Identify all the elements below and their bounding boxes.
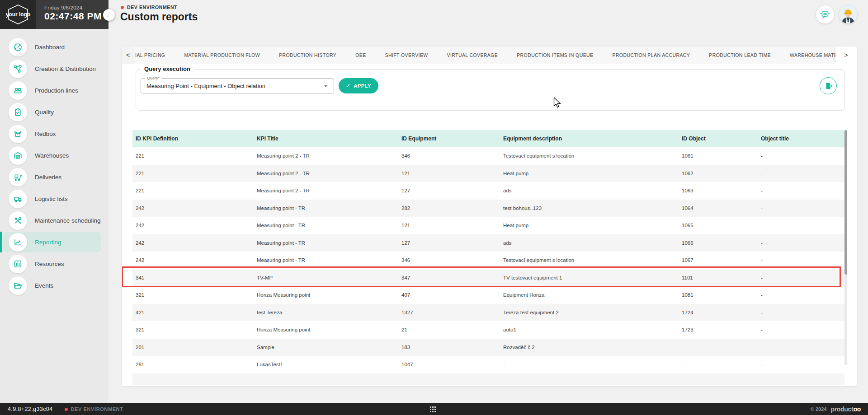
- table-row[interactable]: 221 Measuring point 2 - TR 346 Testovací…: [132, 147, 844, 165]
- sidebar-item-logistic-lists[interactable]: Logistic lists: [0, 188, 108, 210]
- section-title: Query execution: [141, 65, 194, 72]
- sidebar-collapse-button[interactable]: ←: [103, 9, 115, 21]
- tab[interactable]: OEE: [346, 47, 375, 64]
- productoo-logo: productoo: [830, 406, 861, 413]
- bottom-environment-badge: DEV ENVIRONMENT: [65, 406, 123, 412]
- tabs-scroll-left-button[interactable]: <: [122, 47, 134, 64]
- sidebar-item-label: Resources: [35, 261, 64, 267]
- table-row[interactable]: 242 Measuring point - TR 346 Testovací e…: [132, 252, 844, 269]
- tabs-scroll: IAL PRICING MATERIAL PRODUCTION FLOW PRO…: [134, 47, 835, 64]
- sidebar-item-creation-distribution[interactable]: Creation & Distribution: [0, 58, 108, 79]
- env-dot-icon: [65, 408, 68, 411]
- tab[interactable]: SHIFT OVERVIEW: [376, 47, 438, 64]
- table-row[interactable]: 321 Honza Measuring point 407 Equipment …: [132, 286, 844, 304]
- column-header: ID Object: [678, 135, 757, 142]
- app-window: your logo Friday 9/6/2024 02:47:48 PM ← …: [0, 0, 868, 415]
- tab-bar: < IAL PRICING MATERIAL PRODUCTION FLOW P…: [122, 47, 857, 64]
- pallet-truck-icon: [9, 168, 27, 187]
- sidebar-item-label: Production lines: [35, 87, 78, 94]
- tab[interactable]: VIRTUAL COVERAGE: [438, 47, 508, 64]
- app-version: 4.9.8+22.g33c04: [8, 406, 53, 412]
- tab[interactable]: PRODUCTION HISTORY: [269, 47, 346, 64]
- sidebar-item-redbox[interactable]: Redbox: [0, 123, 108, 145]
- tab[interactable]: MATERIAL PRODUCTION FLOW: [175, 47, 269, 64]
- sidebar-item-label: Maintenance scheduling: [35, 217, 101, 224]
- user-avatar[interactable]: [839, 5, 857, 23]
- logo[interactable]: your logo: [0, 0, 36, 29]
- sidebar-item-label: Quality: [35, 109, 54, 116]
- environment-badge: DEV ENVIRONMENT: [121, 5, 177, 10]
- table-scrollbar-thumb[interactable]: [844, 130, 847, 275]
- worker-avatar-icon: [839, 5, 857, 23]
- back-arrow-icon: ←: [106, 12, 112, 19]
- check-icon: ✓: [346, 83, 351, 89]
- tab[interactable]: IAL PRICING: [134, 47, 175, 64]
- sidebar-item-label: Reporting: [35, 239, 61, 246]
- table-row[interactable]: 281 LukasTest1 1047 - - -: [132, 356, 844, 373]
- conveyor-icon: [9, 81, 27, 100]
- column-header: KPI Title: [253, 135, 398, 142]
- table-row[interactable]: 341 TV-MP 347 TV testovací equipment 1 1…: [132, 269, 844, 287]
- sidebar-item-reporting[interactable]: Reporting: [0, 231, 108, 253]
- folder-icon: [9, 276, 27, 295]
- table-row[interactable]: 321 Honza Measuring point 21 auto1 1723 …: [132, 321, 844, 339]
- warehouse-icon: [9, 146, 27, 165]
- cursor-arrow-icon: [553, 97, 562, 109]
- sidebar-item-label: Creation & Distribution: [35, 65, 96, 72]
- sidebar-item-warehouses[interactable]: Warehouses: [0, 145, 108, 166]
- table-row[interactable]: 242 Measuring point - TR 127 ads 1066 -: [132, 234, 844, 252]
- copyright-label: © 2024: [811, 406, 827, 412]
- sidebar-nav: Dashboard Creation & Distribution Produc…: [0, 36, 108, 296]
- tab[interactable]: PRODUCTION ITEMS IN QUEUE: [507, 47, 603, 64]
- export-button[interactable]: [820, 77, 837, 94]
- table-row[interactable]: 242 Measuring point - TR 282 test bohous…: [132, 200, 844, 217]
- bottom-right-branding: © 2024 productoo: [811, 403, 861, 415]
- query-select[interactable]: Query* Measuring Point - Equipment - Obj…: [141, 78, 334, 93]
- sidebar-item-dashboard[interactable]: Dashboard: [0, 36, 108, 58]
- table-row[interactable]: 421 test Tereza 1327 Tereza test equipme…: [132, 304, 844, 322]
- chatbot-button[interactable]: [816, 5, 834, 23]
- sidebar-item-resources[interactable]: Resources: [0, 253, 108, 275]
- sidebar-header: your logo Friday 9/6/2024 02:47:48 PM: [0, 0, 108, 29]
- column-header: Equipment description: [500, 135, 678, 142]
- table-row[interactable]: 242 Measuring point - TR 121 Heat pump 1…: [132, 217, 844, 234]
- query-select-value: Measuring Point - Equipment - Object rel…: [146, 83, 265, 89]
- robot-chat-icon: [820, 9, 830, 20]
- sidebar-item-label: Deliveries: [35, 174, 61, 181]
- sidebar-item-maintenance-scheduling[interactable]: Maintenance scheduling: [0, 210, 108, 231]
- apply-button-label: APPLY: [354, 83, 371, 89]
- table-header-row: ID KPI Definition KPI Title ID Equipment…: [132, 130, 844, 147]
- sidebar-item-events[interactable]: Events: [0, 275, 108, 296]
- tab[interactable]: PRODUCTION PLAN ACCURACY: [603, 47, 699, 64]
- tab[interactable]: PRODUCTION LEAD TIME: [699, 47, 780, 64]
- chevron-left-icon: <: [126, 51, 130, 59]
- table-row[interactable]: 221 Measuring point 2 - TR 127 ads 1063 …: [132, 182, 844, 200]
- sidebar-item-quality[interactable]: Quality: [0, 101, 108, 123]
- sidebar-item-label: Dashboard: [35, 44, 65, 51]
- distribution-network-icon: [9, 60, 27, 78]
- table-row[interactable]: 201 Sample 183 Rozvaděč č.2 - -: [132, 339, 844, 356]
- query-execution-section: Query execution Query* Measuring Point -…: [136, 69, 845, 111]
- tab[interactable]: WAREHOUSE MATERIALS: [780, 47, 835, 64]
- sidebar-item-deliveries[interactable]: Deliveries: [0, 166, 108, 188]
- date-label: Friday 9/6/2024: [44, 5, 108, 10]
- sidebar: your logo Friday 9/6/2024 02:47:48 PM ← …: [0, 0, 108, 403]
- column-header: Object title: [757, 135, 844, 142]
- logo-text: your logo: [6, 11, 31, 18]
- truck-icon: [9, 190, 27, 208]
- column-header: ID Equipment: [398, 135, 500, 142]
- bottom-environment-label: DEV ENVIRONMENT: [71, 406, 123, 412]
- apps-grid-icon[interactable]: [430, 406, 436, 412]
- open-box-icon: [9, 125, 27, 143]
- table-row[interactable]: [132, 373, 844, 385]
- apply-button[interactable]: ✓ APPLY: [339, 78, 378, 93]
- sidebar-item-label: Redbox: [35, 131, 56, 137]
- sidebar-item-production-lines[interactable]: Production lines: [0, 79, 108, 101]
- table-row[interactable]: 221 Measuring point 2 - TR 121 Heat pump…: [132, 165, 844, 182]
- tabs-scroll-right-button[interactable]: >: [835, 47, 857, 64]
- sidebar-item-label: Warehouses: [35, 152, 69, 159]
- sidebar-item-label: Events: [35, 282, 53, 289]
- line-chart-icon: [9, 233, 27, 252]
- chevron-right-icon: >: [844, 51, 848, 59]
- mouse-cursor: [553, 97, 562, 111]
